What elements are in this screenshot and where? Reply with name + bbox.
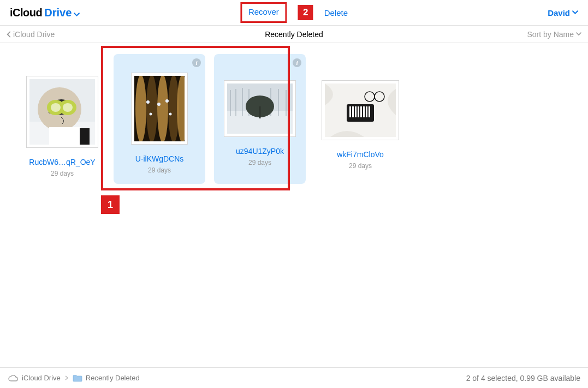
svg-rect-40 (369, 106, 370, 117)
thumbnail-image (227, 83, 293, 134)
file-name: uz94U1ZyP0k (236, 147, 284, 156)
svg-point-5 (51, 103, 61, 112)
chevron-left-icon (7, 31, 11, 38)
thumbnail-frame (224, 80, 296, 137)
svg-point-10 (135, 76, 146, 141)
svg-point-11 (146, 76, 157, 141)
annotation-step-1-badge: 1 (101, 195, 120, 214)
page-title: Recently Deleted (265, 30, 323, 39)
svg-point-17 (165, 99, 169, 103)
status-text: 2 of 4 selected, 0.99 GB available (466, 374, 580, 383)
file-meta: 29 days (349, 162, 372, 170)
breadcrumb-separator-icon (65, 374, 68, 382)
file-item[interactable]: wkFi7mCloVo 29 days (314, 54, 406, 184)
sub-header: iCloud Drive Recently Deleted Sort by Na… (0, 26, 588, 43)
file-item[interactable]: i uz94U1ZyP0k 29 days (214, 54, 306, 184)
app-header: iCloud Drive Recover 2 Delete David (0, 0, 588, 26)
chevron-down-icon (576, 32, 581, 36)
svg-point-19 (169, 113, 172, 116)
file-item[interactable]: i U-ilKWgDCNs 29 days (114, 54, 205, 184)
app-logo-dropdown[interactable]: iCloud Drive (10, 7, 80, 19)
file-meta: 29 days (51, 170, 74, 177)
footer-bar: iCloud Drive Recently Deleted 2 of 4 sel… (0, 367, 588, 388)
sort-label: Sort by Name (527, 30, 574, 39)
breadcrumb-root-label: iCloud Drive (22, 374, 61, 382)
svg-rect-38 (363, 106, 365, 117)
chevron-down-icon (572, 10, 578, 15)
back-label: iCloud Drive (13, 30, 55, 39)
svg-rect-33 (349, 106, 351, 117)
file-row: RucbW6…qR_OeY 29 days i (5, 54, 406, 184)
file-meta: 29 days (248, 159, 271, 166)
svg-rect-34 (352, 106, 354, 117)
cloud-icon (8, 374, 19, 382)
back-link[interactable]: iCloud Drive (7, 30, 55, 39)
header-center-actions: Recover 2 Delete (240, 2, 348, 23)
file-meta: 29 days (148, 166, 171, 174)
user-menu[interactable]: David (548, 8, 578, 17)
svg-point-18 (150, 113, 152, 116)
app-name-icloud: iCloud (10, 7, 42, 19)
svg-point-6 (63, 103, 73, 112)
thumbnail-frame (322, 80, 399, 140)
recover-button[interactable]: Recover (248, 7, 279, 16)
svg-point-12 (157, 76, 168, 141)
svg-point-16 (157, 103, 161, 106)
file-name: U-ilKWgDCNs (135, 154, 184, 163)
thumbnail-image (134, 76, 185, 141)
breadcrumb-leaf-label: Recently Deleted (86, 374, 140, 382)
folder-icon (73, 374, 82, 382)
sort-dropdown[interactable]: Sort by Name (527, 30, 581, 39)
annotation-step-2-badge: 2 (298, 5, 313, 20)
user-name-label: David (548, 8, 570, 17)
thumbnail-frame (26, 76, 98, 148)
svg-point-15 (146, 100, 150, 104)
delete-button[interactable]: Delete (324, 8, 348, 17)
breadcrumb-root[interactable]: iCloud Drive (8, 374, 61, 382)
info-icon[interactable]: i (192, 58, 201, 67)
app-name-drive: Drive (44, 7, 72, 19)
chevron-down-icon (74, 13, 80, 17)
svg-rect-36 (358, 106, 359, 117)
svg-rect-7 (49, 127, 81, 145)
file-item[interactable]: RucbW6…qR_OeY 29 days (16, 54, 108, 184)
svg-rect-39 (366, 106, 367, 117)
file-name: RucbW6…qR_OeY (29, 158, 95, 166)
annotation-recover-highlight: Recover (240, 2, 287, 23)
file-name: wkFi7mCloVo (337, 150, 384, 159)
svg-rect-35 (355, 106, 357, 117)
svg-rect-37 (360, 106, 362, 117)
svg-rect-8 (80, 128, 90, 145)
thumbnail-image (29, 79, 95, 145)
thumbnail-frame (131, 73, 188, 145)
file-grid: RucbW6…qR_OeY 29 days i (0, 43, 588, 195)
breadcrumb-leaf[interactable]: Recently Deleted (73, 374, 140, 382)
thumbnail-image (325, 83, 396, 137)
info-icon[interactable]: i (293, 58, 301, 67)
